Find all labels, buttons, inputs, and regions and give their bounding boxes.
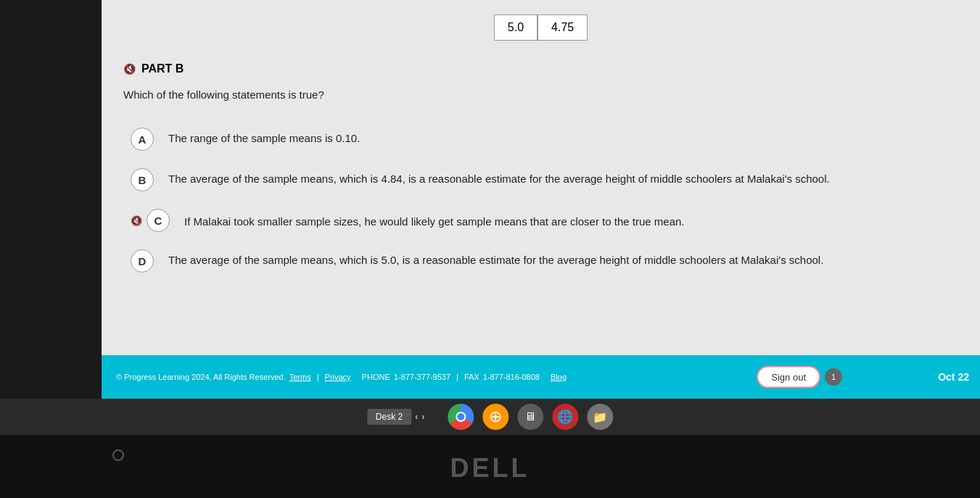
phone-label: PHONE [362,373,390,381]
bottom-area: DELL [0,435,980,498]
answer-box-2[interactable]: 4.75 [538,14,588,41]
main-content: 5.0 4.75 🔇 PART B Which of the following… [102,0,980,355]
desk-label[interactable]: Desk 2 [367,409,411,425]
screen-container: 5.0 4.75 🔇 PART B Which of the following… [0,0,980,498]
answer-options: A The range of the sample means is 0.10.… [123,119,958,281]
option-c[interactable]: 🔇 C If Malakai took smaller sample sizes… [123,200,958,241]
files-icon[interactable]: 📁 [587,404,613,430]
bottom-icons-group: Desk 2 ‹ › ⊕ 🖥 🌐 📁 [367,404,613,430]
terms-link[interactable]: Terms [289,373,311,381]
sep1: | [317,373,319,381]
speaker-icon[interactable]: 🔇 [123,63,136,75]
option-a-text: The range of the sample means is 0.10. [168,128,951,147]
option-d[interactable]: D The average of the sample means, which… [123,241,958,281]
part-b-header: 🔇 PART B [123,62,958,75]
answer-boxes-area: 5.0 4.75 [102,0,980,62]
option-c-text: If Malakai took smaller sample sizes, he… [184,211,951,231]
part-b-question: Which of the following statements is tru… [123,88,958,101]
sign-out-button[interactable]: Sign out [757,366,820,389]
nav-prev-icon[interactable]: ‹ [415,412,418,422]
option-b-letter: B [131,168,154,191]
option-c-speaker-icon[interactable]: 🔇 [131,215,142,226]
notification-badge[interactable]: 1 [825,368,842,386]
desk-nav: Desk 2 ‹ › [367,409,424,425]
radio-button[interactable] [112,449,124,461]
blog-link[interactable]: Blog [551,373,567,381]
copyright-text: © Progress Learning 2024, All Rights Res… [116,373,286,381]
fax-number: 1-877-816-0808 [483,373,540,381]
plus-icon[interactable]: ⊕ [482,404,508,430]
fax-label: FAX [464,373,479,381]
date-label: Oct 22 [938,371,969,383]
nav-next-icon[interactable]: › [421,412,424,422]
option-d-letter: D [131,249,154,273]
chrome-icon[interactable] [448,404,474,430]
footer-content: © Progress Learning 2024, All Rights Res… [116,373,567,381]
globe-icon[interactable]: 🌐 [552,404,578,430]
answer-box-1[interactable]: 5.0 [494,14,538,41]
part-b-section: 🔇 PART B Which of the following statemen… [102,62,980,281]
option-d-text: The average of the sample means, which i… [168,249,951,269]
dell-logo: DELL [450,453,530,484]
part-b-label: PART B [141,62,184,75]
option-c-letter: C [147,209,170,232]
footer-bar: © Progress Learning 2024, All Rights Res… [102,355,980,399]
chrome-shelf: Desk 2 ‹ › ⊕ 🖥 🌐 📁 [0,399,980,435]
option-b[interactable]: B The average of the sample means, which… [123,159,958,200]
sep2: | [456,373,458,381]
monitor-icon[interactable]: 🖥 [517,404,543,430]
phone-number: 1-877-377-9537 [394,373,450,381]
option-a[interactable]: A The range of the sample means is 0.10. [123,119,958,159]
option-a-letter: A [131,128,154,151]
privacy-link[interactable]: Privacy [325,373,351,381]
option-b-text: The average of the sample means, which i… [168,168,951,188]
